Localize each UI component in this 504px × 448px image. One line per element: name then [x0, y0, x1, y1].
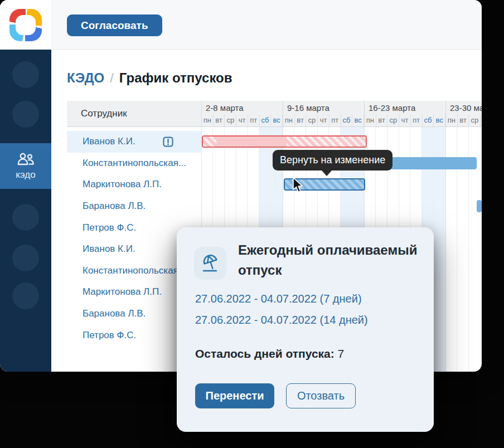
week-header: 2-8 мартапнвтсрчтптсбвс [201, 101, 283, 126]
sidebar-placeholder-item[interactable] [12, 61, 39, 88]
employee-row[interactable]: Баранова Л.В. [67, 196, 201, 217]
employee-name: Константинопольская... [83, 158, 186, 169]
app-logo-icon [9, 9, 42, 41]
day-labels-row: пнвтсрчтптсбвс [446, 114, 482, 127]
sidebar: кэдо [0, 50, 51, 372]
employee-row[interactable]: Маркитонова Л.П. [67, 174, 201, 196]
day-label: пн [202, 114, 214, 127]
days-left-value: 7 [338, 347, 345, 360]
day-label: пт [329, 114, 341, 127]
week-header: 9-16 мартапнвтсрчтптсбвс [283, 101, 364, 126]
grid-day-column [481, 127, 482, 372]
employee-name: Баранова Л.В. [83, 308, 146, 319]
day-label: вт [376, 114, 388, 127]
sidebar-placeholder-item[interactable] [12, 101, 39, 128]
employee-name: Петров Ф.С. [83, 330, 136, 341]
week-header: 23-30 мартапнвтсрчтптсбвс [445, 101, 482, 126]
vacation-bar-approved[interactable] [477, 200, 482, 212]
day-label: ср [387, 114, 399, 127]
day-label: вс [352, 114, 364, 127]
week-label: 9-16 марта [283, 101, 364, 114]
hatch-overlay [287, 137, 367, 147]
vacation-type-title: Ежегодный оплачиваемый отпуск [238, 240, 428, 280]
day-label: сб [423, 114, 434, 127]
withdraw-button[interactable]: Отозвать [286, 383, 356, 408]
day-label: чт [399, 114, 411, 127]
day-label: ср [469, 114, 481, 127]
beach-umbrella-icon [200, 253, 221, 274]
breadcrumb-separator: / [110, 70, 114, 86]
day-label: вт [295, 114, 307, 127]
employee-name: Маркитонова Л.П. [83, 179, 162, 190]
approve-button[interactable]: Согласовать [67, 14, 162, 36]
hatch-overlay [203, 137, 216, 147]
sidebar-placeholder-item[interactable] [12, 283, 39, 309]
day-label: ср [225, 114, 236, 127]
employee-column-header: Сотрудник [67, 101, 201, 126]
page-title: График отпусков [119, 70, 232, 86]
screenshot-root: { "topbar": { "approve_label": "Согласов… [0, 0, 504, 448]
employee-name: Иванов К.И. [83, 136, 135, 147]
employee-name: Маркитонова Л.П. [83, 286, 162, 298]
day-label: чт [236, 114, 248, 127]
day-labels-row: пнвтсрчтптсбвс [283, 114, 364, 127]
week-label: 16-23 марта [365, 101, 445, 114]
vacation-icon-tile [194, 247, 226, 280]
days-left-label: Осталось дней отпуска: [195, 347, 335, 360]
days-left: Осталось дней отпуска: 7 [195, 347, 344, 361]
day-label: пт [411, 114, 423, 127]
day-label: вс [434, 114, 445, 127]
week-label: 2-8 марта [202, 101, 283, 114]
employee-row[interactable]: Константинопольская... [67, 153, 201, 174]
week-label: 23-30 марта [446, 101, 482, 114]
day-label: вт [214, 114, 225, 127]
mouse-cursor-icon [292, 177, 304, 194]
week-header: 16-23 мартапнвтсрчтптсбвс [364, 101, 445, 126]
breadcrumb: КЭДО / График отпусков [67, 70, 232, 86]
day-labels-row: пнвтсрчтптсбвс [202, 114, 283, 127]
day-label: сб [260, 114, 272, 127]
day-label: вт [458, 114, 469, 127]
sidebar-placeholder-item[interactable] [12, 245, 39, 271]
day-label: ср [306, 114, 318, 127]
employee-name: Петров Ф.С. [83, 222, 136, 233]
employee-name: Иванов К.И. [83, 244, 135, 255]
return-to-edit-tooltip[interactable]: Вернуть на изменение [273, 150, 392, 171]
day-label: вс [271, 114, 283, 127]
vacation-period-2: 27.06.2022 - 04.07.2022 (14 дней) [195, 314, 368, 327]
day-label: чт [318, 114, 329, 127]
day-label: сб [341, 114, 353, 127]
day-label: пт [248, 114, 260, 127]
employee-name: Константинопольская... [83, 265, 186, 276]
vacation-period-1: 27.06.2022 - 04.07.2022 (7 дней) [195, 293, 362, 305]
employee-name: Баранова Л.В. [83, 201, 146, 212]
vacation-bar-conflict[interactable] [202, 135, 367, 148]
employee-row[interactable]: Иванов К.И. [67, 131, 201, 153]
users-icon [17, 152, 35, 167]
reschedule-button[interactable]: Перенести [195, 383, 274, 408]
day-labels-row: пнвтсрчтптсбвс [365, 114, 445, 127]
schedule-header: Сотрудник 2-8 мартапнвтсрчтптсбвс9-16 ма… [67, 101, 482, 127]
sidebar-placeholder-item[interactable] [12, 204, 39, 231]
warning-icon[interactable] [163, 137, 173, 147]
app-logo [0, 0, 51, 50]
day-label: пн [365, 114, 376, 127]
breadcrumb-section-link[interactable]: КЭДО [67, 70, 104, 86]
sidebar-item-kedo[interactable]: кэдо [0, 143, 51, 189]
top-bar: Согласовать [0, 0, 482, 50]
day-label: пн [283, 114, 295, 127]
vacation-details-popup: Ежегодный оплачиваемый отпуск 27.06.2022… [177, 227, 434, 432]
day-label: пн [446, 114, 458, 127]
sidebar-item-label: кэдо [16, 169, 35, 181]
day-label: чт [481, 114, 482, 127]
